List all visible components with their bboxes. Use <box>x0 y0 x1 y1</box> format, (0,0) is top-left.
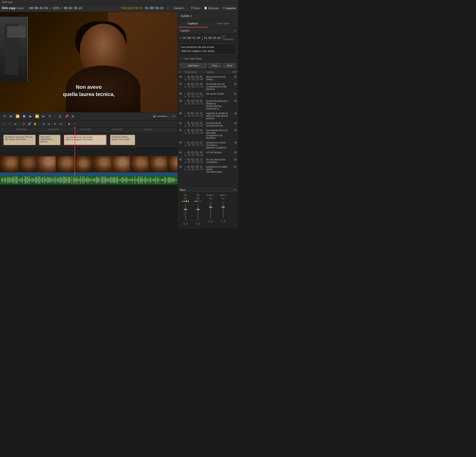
inspector-btn[interactable]: ✂ Inspector <box>223 7 236 9</box>
zoom-out-tool[interactable]: ⊖ <box>58 122 63 126</box>
fader-a1[interactable] <box>185 203 186 221</box>
video-preview: Non avevo quella laurea tecnica, <box>0 12 178 112</box>
row-num: 44 <box>178 150 183 157</box>
metadata-btn[interactable]: 📋 Metadata <box>204 7 219 9</box>
recycle-btn[interactable]: ⟳ <box>47 114 52 119</box>
video-thumb-3 <box>37 156 56 172</box>
waveform-bar <box>105 176 105 183</box>
track-playhead-2 <box>75 147 75 156</box>
table-row[interactable]: 39 ▶ 01:01:19:02 ⏹ 01:01:22:13 Quindi l'… <box>178 99 238 111</box>
fader-thumb-a1[interactable] <box>184 209 187 210</box>
volume-slider[interactable] <box>157 116 171 117</box>
blade-tool[interactable]: ⬙ <box>13 122 18 126</box>
color-b[interactable]: ■ <box>47 122 51 126</box>
ruler-label-1: 01:00:48:00 <box>16 128 27 131</box>
waveform-bar <box>14 177 14 183</box>
add-new-button[interactable]: Add New <box>180 63 207 68</box>
cps-value: 20 <box>230 157 238 165</box>
waveform-bar <box>127 178 127 182</box>
waveform-bar <box>49 178 49 182</box>
waveform-bar <box>145 177 146 183</box>
color-a[interactable]: ■ <box>41 122 46 126</box>
zoom-in-tool[interactable]: ⊕ <box>52 122 57 126</box>
table-row[interactable]: 42 ▶ 01:01:29:06 ⏹ 01:01:32:10 tua azien… <box>178 128 238 140</box>
video-thumb-9 <box>149 156 167 172</box>
fader-thumb-m1[interactable] <box>196 209 200 210</box>
fader-thumb-audio1[interactable] <box>209 206 212 208</box>
captions-table: # Time In/Out Caption CPS 36 ▶ 01:01:14:… <box>178 70 238 174</box>
table-row[interactable]: 41 ▶ 01:01:25:15 ⏹ 01:01:29:03 provenien… <box>178 121 238 128</box>
table-row[interactable]: 36 ▶ 01:01:14:02 ⏹ 01:01:15:08 alcune pe… <box>178 75 238 82</box>
play-btn[interactable]: ▶ <box>28 114 33 119</box>
select-tool[interactable]: ↖ <box>2 122 7 126</box>
subtitle-clip-2[interactable]: Non avevoquella laurea tecnica, <box>39 135 60 145</box>
waveform-bar <box>43 179 44 180</box>
prev-btn[interactable]: ⏪ <box>15 114 20 119</box>
timecode-in-field[interactable]: ▶| 01:00:51:20 <box>180 36 200 40</box>
fader-main1[interactable] <box>223 201 224 219</box>
row-num: 41 <box>178 121 183 128</box>
tc-in-out: ▶ 01:01:35:14 ⏹ 01:01:36:10 <box>183 150 204 157</box>
table-row[interactable]: 44 ▶ 01:01:35:14 ⏹ 01:01:36:10 cui hai b… <box>178 150 238 157</box>
subtitle-clip-3-active[interactable]: non provenivo da una scuoladella Ivy Lea… <box>64 135 106 145</box>
table-row[interactable]: 46 ▶ 01:01:39:15 ⏹ 01:01:41:19 programma… <box>178 165 238 174</box>
table-row[interactable]: 37 ▶ 01:01:15:10 ⏹ 01:01:17:19 Ho trovat… <box>178 82 238 92</box>
tools-sep-3 <box>65 122 65 126</box>
waveform-bar <box>116 177 117 182</box>
zoom-out-btn[interactable]: ⊕ <box>70 114 76 119</box>
waveform-bar <box>72 179 73 180</box>
plus-btn[interactable]: ＋ <box>72 122 77 126</box>
waveform-bar <box>108 178 109 182</box>
fader-audio1[interactable] <box>210 201 211 219</box>
play-in-icon: ▶| <box>180 37 182 39</box>
skip-start-btn[interactable]: ⏮ <box>8 114 14 119</box>
cps-value: 20 <box>230 75 238 82</box>
loop-btn[interactable]: ↺ <box>2 114 7 119</box>
waveform-bar <box>60 177 60 183</box>
caption-text-editor[interactable]: non provenivo da una scuola della Ivy Le… <box>180 43 236 54</box>
link-tool[interactable]: 🔗 <box>27 122 32 126</box>
volume-icon: 🔊 <box>153 115 156 118</box>
waveform-bar <box>10 178 10 182</box>
next-btn[interactable]: ⏩ <box>34 114 40 119</box>
subtitle-label: Subtitle 1 <box>174 7 184 9</box>
table-row[interactable]: 43 ▶ 01:01:32:12 ⏹ 01:01:35:11 prosperar… <box>178 140 238 150</box>
stop-btn[interactable]: ⏹ <box>21 114 26 119</box>
playhead[interactable] <box>75 127 75 133</box>
skip-end-btn[interactable]: ⏭ <box>41 114 46 119</box>
waveform-bar <box>3 178 3 182</box>
subtitle-clip-4[interactable]: niente da perdere,quindi ci ho provato. <box>110 135 135 145</box>
mixer-btn[interactable]: ⚙ Mixer <box>191 7 200 9</box>
waveform-bar <box>100 179 101 181</box>
mixer-channel-m1: M1 EQ 0.0 <box>192 194 204 225</box>
tab-track-style[interactable]: Track Style <box>208 20 238 27</box>
use-track-style-row[interactable]: ✓ Use Track Style <box>178 56 238 62</box>
sequence-name[interactable]: Final Edit SVA ▼ <box>121 7 142 10</box>
waveform-bar <box>18 179 18 180</box>
waveform-bar <box>25 176 25 183</box>
next-button[interactable]: Next <box>223 63 236 68</box>
waveform-bar <box>126 177 127 183</box>
snap-tool[interactable]: ⬛ <box>22 122 26 126</box>
fader-m1[interactable] <box>197 203 198 221</box>
caption-timecode-row: ▶| 01:00:51:20 |◀ 01:00:55:02 57 Charact… <box>178 34 238 42</box>
timecode-out-field[interactable]: |◀ 01:00:55:02 <box>202 35 221 40</box>
add-marker[interactable]: ◆ <box>67 122 71 126</box>
waveform-bar <box>147 177 148 182</box>
table-row[interactable]: 38 ▶ 01:01:17:21 ⏹ 01:01:18:17 ma anche … <box>178 92 238 99</box>
table-row[interactable]: 45 ▶ 01:01:36:13 ⏹ 01:01:39:12 Ho una pe… <box>178 157 238 165</box>
waveform-bar <box>36 177 37 184</box>
waveform-bar <box>149 179 149 180</box>
trim-tool[interactable]: ✂ <box>8 122 12 126</box>
subtitle-clip-1[interactable]: Quando ho saputo di SBA eratutto quello … <box>3 135 35 145</box>
prev-button[interactable]: Prev <box>208 63 222 68</box>
table-row[interactable]: 40 ▶ 01:01:22:15 ⏹ 01:01:25:12 capacità … <box>178 111 238 121</box>
lock-tool[interactable]: 🔒 <box>33 122 37 126</box>
ruler-label-5: 01:00:5... <box>145 128 154 131</box>
waveform-bar <box>2 177 3 182</box>
waveform-bar <box>22 177 23 182</box>
fullscreen-btn[interactable]: ⊡ <box>57 114 62 119</box>
fader-thumb-main1[interactable] <box>221 206 225 208</box>
tab-captions[interactable]: Captions <box>178 20 208 27</box>
pin-btn[interactable]: 📌 <box>64 114 69 119</box>
